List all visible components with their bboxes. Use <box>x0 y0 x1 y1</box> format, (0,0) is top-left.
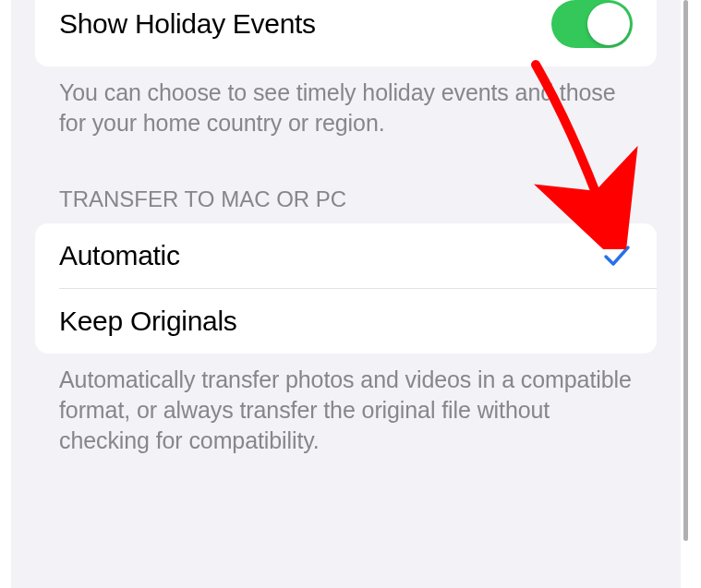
transfer-section-header: Transfer to Mac or PC <box>35 138 657 223</box>
show-holiday-events-label: Show Holiday Events <box>59 8 316 40</box>
show-holiday-events-toggle[interactable] <box>551 0 633 48</box>
transfer-section-footer: Automatically transfer photos and videos… <box>35 354 657 456</box>
holiday-events-footer: You can choose to see timely holiday eve… <box>35 66 657 138</box>
holiday-events-group: Show Holiday Events <box>35 0 657 66</box>
settings-viewport: Show Holiday Events You can choose to se… <box>11 0 681 588</box>
transfer-options-group: Automatic Keep Originals <box>35 223 657 354</box>
toggle-knob <box>587 3 630 45</box>
checkmark-icon <box>601 240 633 271</box>
transfer-option-automatic[interactable]: Automatic <box>35 223 657 288</box>
show-holiday-events-row[interactable]: Show Holiday Events <box>35 0 657 66</box>
transfer-option-keep-originals[interactable]: Keep Originals <box>35 289 657 354</box>
scrollbar[interactable] <box>683 0 688 541</box>
transfer-option-keep-originals-label: Keep Originals <box>59 306 237 337</box>
transfer-option-automatic-label: Automatic <box>59 240 180 271</box>
